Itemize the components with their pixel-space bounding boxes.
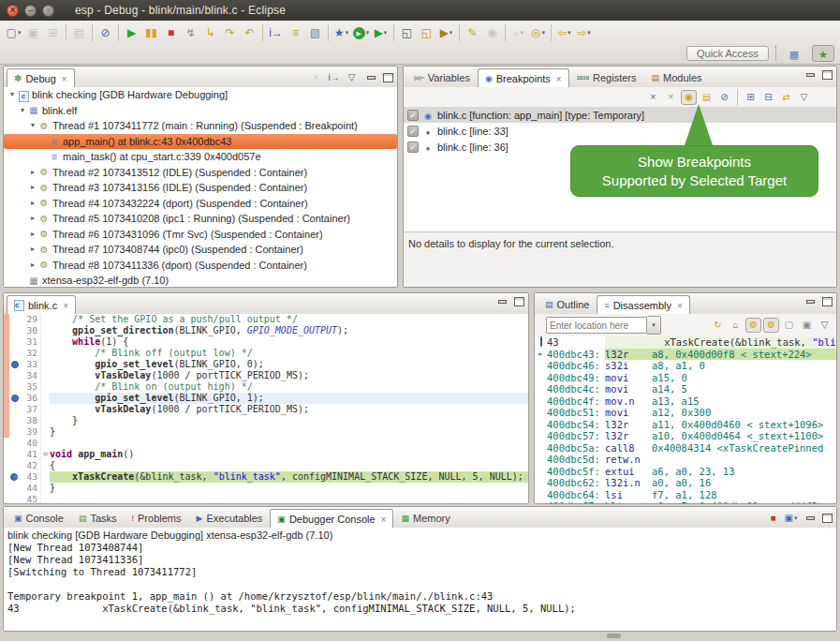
editor-line[interactable]: 42{ [4, 460, 528, 471]
maximize-icon[interactable] [383, 73, 393, 82]
tab-debugger-console[interactable]: ▣Debugger Console [270, 509, 393, 529]
show-source-toggle[interactable]: ⚙ [745, 318, 761, 333]
collapse-all-button[interactable]: ⊟ [760, 90, 776, 105]
minimize-icon[interactable] [497, 297, 508, 306]
twisty-icon[interactable]: ▸ [28, 242, 37, 258]
checkbox-icon[interactable]: ✓ [407, 126, 419, 137]
editor-line[interactable]: 35 /* Blink on (output high) */ [4, 381, 528, 393]
disassembly-row[interactable]: ►400dbc43:l32ra8, 0x400d00f8 <_stext+224… [535, 349, 836, 361]
disassembly-row[interactable]: 400dbc64:lsif7, a1, 128 [535, 489, 836, 501]
disassembly-row[interactable]: 400dbc5f:extuia6, a0, 23, 13 [535, 466, 836, 478]
twisty-icon[interactable]: ▸ [28, 227, 37, 243]
step-over-button[interactable]: ↷ [220, 23, 240, 42]
last-edit-location-button[interactable]: ✎ [463, 23, 482, 42]
minimize-icon[interactable] [805, 70, 816, 80]
close-tab-icon[interactable] [62, 73, 67, 84]
maximize-icon[interactable] [514, 297, 524, 306]
resume-button[interactable]: ▶ [122, 23, 141, 42]
editor-line[interactable]: ►43 xTaskCreate(&blink_task, "blink_task… [4, 471, 528, 483]
minimize-icon[interactable] [366, 73, 376, 82]
tab-problems[interactable]: !Problems [125, 508, 189, 528]
step-return-button[interactable]: ↶ [240, 23, 259, 42]
debug-tree-item[interactable]: ▾blink checking [GDB Hardware Debugging] [4, 87, 397, 103]
maximize-icon[interactable] [822, 297, 833, 306]
debug-tree-item[interactable]: main_task() at cpu_start.c:339 0x400d057… [4, 149, 397, 165]
window-close-button[interactable] [7, 5, 19, 17]
debug-tree-item[interactable]: ▸Thread #5 1073410208 (ipc1 : Running) (… [4, 211, 397, 227]
track-expression-toggle[interactable]: ⚙ [763, 318, 779, 333]
debug-tree-item[interactable]: ▸Thread #4 1073432224 (dport) (Suspended… [4, 196, 397, 212]
save-all-button[interactable]: ⊞ [43, 23, 63, 42]
disassembly-row[interactable]: 400dbc67:blta0, a7, 0x400dbc81 <__adddf3… [535, 500, 836, 503]
home-button[interactable]: ⌂ [728, 318, 744, 333]
minimize-icon[interactable] [805, 297, 816, 306]
debug-tree-item[interactable]: ▸Thread #3 1073413156 (IDLE) (Suspended … [4, 180, 397, 196]
editor-line[interactable]: 37 vTaskDelay(1000 / portTICK_PERIOD_MS)… [4, 404, 528, 415]
twisty-icon[interactable]: ▾ [7, 87, 17, 103]
twisty-icon[interactable]: ▾ [18, 103, 27, 119]
remove-all-breakpoints-button[interactable]: × [663, 90, 679, 105]
editor-line[interactable]: 44} [4, 483, 528, 494]
maximize-icon[interactable] [822, 70, 833, 80]
terminate-button[interactable]: ■ [161, 23, 181, 42]
external-tools-button[interactable]: ▶▾ [371, 23, 391, 42]
debug-menu-button[interactable]: ★▾ [332, 23, 351, 42]
breakpoint-icon[interactable] [11, 361, 19, 368]
skip-all-breakpoints-toggle[interactable]: ⊘ [716, 90, 732, 105]
editor-line[interactable]: 40 [4, 438, 528, 449]
twisty-icon[interactable]: ▸ [28, 211, 37, 227]
editor-line[interactable]: 39} [4, 426, 528, 438]
pin-view-button[interactable]: ▣ [799, 318, 815, 333]
web-browser-button[interactable]: ◉ [482, 23, 502, 42]
twisty-icon[interactable]: ▸ [28, 196, 37, 212]
search-button[interactable]: ⌕▾ [508, 23, 528, 42]
terminate-console-button[interactable]: ■ [765, 511, 781, 526]
open-folder-button[interactable]: ◱ [417, 23, 436, 42]
save-button[interactable]: ▣ [23, 23, 43, 42]
disassembly-row[interactable]: 400dbc4f:mov.na13, a15 [535, 395, 836, 408]
editor-line[interactable]: 29 /* Set the GPIO as a push/pull output… [4, 314, 528, 325]
instruction-stepping-toggle[interactable]: i→ [326, 70, 342, 85]
window-minimize-button[interactable] [24, 5, 37, 17]
launch-config-button[interactable]: ▶▾ [436, 23, 456, 42]
disassembly-row[interactable]: 400dbc57:l32ra10, 0x400d0464 <_stext+110… [535, 430, 836, 442]
build-button[interactable]: ▤ [69, 23, 89, 42]
disassembly-row[interactable]: 400dbc5a:call80x40084314 <xTaskCreatePin… [535, 442, 836, 455]
debug-tree-item[interactable]: ▸Thread #7 1073408744 (ipc0) (Suspended … [4, 242, 397, 258]
debug-tree-item[interactable]: app_main() at blink.c:43 0x400dbc43 [4, 134, 397, 150]
chevron-down-icon[interactable]: ▾ [647, 316, 661, 335]
breakpoint-item[interactable]: ✓blink.c [line: 33] [404, 123, 836, 139]
remove-breakpoint-button[interactable]: × [645, 90, 661, 105]
debug-tree-item[interactable]: ▸Thread #8 1073411336 (dport) (Suspended… [4, 258, 397, 274]
twisty-icon[interactable]: ▸ [28, 258, 37, 274]
step-into-button[interactable]: ↳ [200, 23, 220, 42]
annotation-nav-button[interactable]: ◎▾ [528, 23, 548, 42]
display-console-button[interactable]: ▣▾ [783, 511, 799, 526]
open-new-view-button[interactable]: ▢ [781, 318, 797, 333]
tab-blink-c[interactable]: blink.c [7, 295, 76, 315]
editor-line[interactable]: 36 gpio_set_level(BLINK_GPIO, 1); [4, 393, 528, 404]
disassembly-listing[interactable]: 43 xTaskCreate(&blink_task, "blink_tas►4… [535, 336, 836, 503]
breakpoint-item[interactable]: ✓blink.c [function: app_main] [type: Tem… [404, 107, 836, 123]
disconnect-button[interactable]: ↯ [181, 23, 200, 42]
link-with-debug-button[interactable]: ⇄ [778, 90, 794, 105]
tab-breakpoints[interactable]: ◉Breakpoints [478, 68, 569, 88]
debug-tree-item[interactable]: ▾blink.elf [4, 103, 397, 119]
disassembly-row[interactable]: 400dbc4c:movia14, 5 [535, 383, 836, 395]
debug-tree-item[interactable]: xtensa-esp32-elf-gdb (7.10) [4, 273, 397, 287]
breakpoint-icon[interactable] [11, 395, 19, 402]
tab-outline[interactable]: ▤Outline [538, 294, 597, 314]
editor-line[interactable]: 31 while(1) { [4, 336, 528, 348]
run-menu-button[interactable]: ▶▾ [351, 23, 371, 42]
close-tab-icon[interactable] [381, 514, 387, 525]
go-to-file-button[interactable]: ▤ [699, 90, 715, 105]
debug-tree-item[interactable]: ▾Thread #1 1073411772 (main : Running) (… [4, 118, 397, 134]
close-tab-icon[interactable] [677, 300, 683, 311]
disassembly-row[interactable]: 400dbc62:l32i.na0, a0, 16 [535, 477, 836, 489]
view-menu-button[interactable]: ▽ [817, 318, 833, 333]
checkbox-icon[interactable]: ✓ [407, 110, 419, 121]
twisty-icon[interactable]: ▸ [28, 165, 37, 181]
twisty-icon[interactable]: ▸ [28, 180, 37, 196]
window-maximize-button[interactable] [42, 5, 54, 17]
tab-disassembly[interactable]: ≡Disassembly [597, 295, 689, 315]
